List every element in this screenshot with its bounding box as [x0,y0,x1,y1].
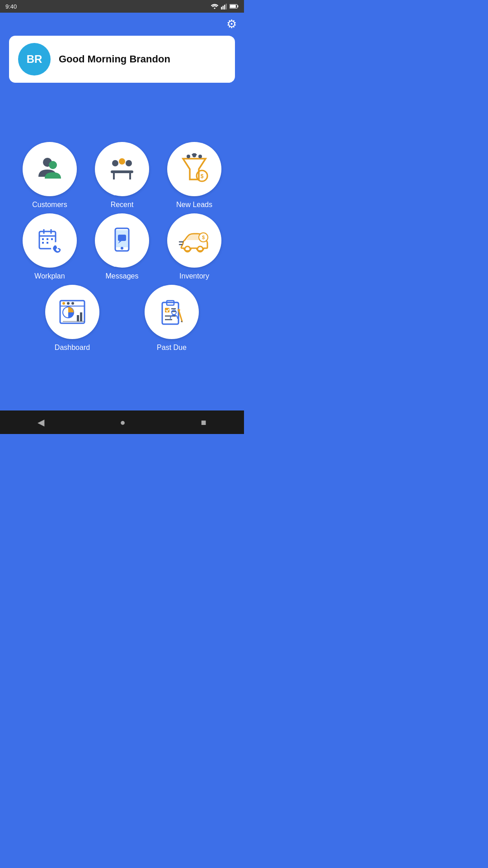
svg-rect-3 [226,4,227,9]
new-leads-label: New Leads [176,201,212,209]
avatar: BR [18,43,51,75]
svg-point-36 [121,247,123,250]
workplan-icon-circle [23,213,77,268]
menu-item-customers[interactable]: Customers [14,142,86,209]
svg-point-8 [49,161,57,169]
svg-point-10 [119,158,125,165]
menu-item-inventory[interactable]: $ Inventory [158,213,230,280]
dashboard-label: Dashboard [55,344,90,352]
svg-text:$: $ [202,235,205,240]
svg-point-21 [198,155,202,158]
past-due-icon [156,296,188,328]
home-button[interactable]: ● [120,417,125,428]
customers-label: Customers [32,201,67,209]
svg-point-47 [71,302,74,305]
recent-icon-circle [95,142,149,196]
greeting-card: BR Good Morning Brandon [9,36,235,83]
menu-item-past-due[interactable]: Past Due [136,285,208,352]
svg-point-19 [187,155,190,158]
svg-rect-29 [42,242,44,244]
svg-text:$: $ [201,173,204,179]
signal-icon [221,3,227,9]
status-icons [211,3,239,9]
customers-icon [34,153,66,185]
workplan-icon [34,225,66,256]
menu-item-new-leads[interactable]: $ New Leads [158,142,230,209]
customers-icon-circle [23,142,77,196]
svg-rect-26 [42,238,44,240]
inventory-label: Inventory [179,272,209,280]
workplan-label: Workplan [34,272,65,280]
status-bar: 9:40 [0,0,244,13]
svg-rect-5 [230,5,236,8]
settings-button[interactable]: ⚙ [226,17,237,31]
svg-rect-2 [224,5,225,10]
inventory-icon: $ [178,225,210,256]
greeting-text: Good Morning Brandon [59,53,170,65]
menu-row-2: Workplan Messages [9,213,235,280]
status-time: 9:40 [5,3,17,10]
avatar-initials: BR [27,53,42,66]
past-due-icon-circle [145,285,199,339]
svg-point-60 [172,310,176,315]
recent-label: Recent [111,201,134,209]
messages-icon-circle [95,213,149,268]
svg-rect-12 [111,170,133,173]
header: ⚙ [0,13,244,36]
svg-point-45 [62,302,65,305]
menu-grid: Customers Recent [0,83,244,410]
new-leads-icon: $ [178,153,210,185]
messages-label: Messages [106,272,139,280]
svg-point-9 [112,160,118,166]
svg-rect-27 [47,238,48,240]
svg-rect-13 [113,173,115,179]
svg-rect-14 [129,173,131,179]
menu-item-workplan[interactable]: Workplan [14,213,86,280]
new-leads-icon-circle: $ [167,142,221,196]
svg-point-20 [192,154,196,157]
back-button[interactable]: ◀ [38,417,44,428]
menu-row-3: Dashboard [9,285,235,352]
svg-rect-28 [51,238,53,240]
menu-item-dashboard[interactable]: Dashboard [36,285,108,352]
menu-item-messages[interactable]: Messages [86,213,158,280]
svg-rect-50 [80,312,82,321]
svg-rect-30 [47,242,48,244]
past-due-label: Past Due [157,344,187,352]
svg-point-46 [67,302,70,305]
wifi-icon [211,3,219,9]
svg-point-11 [126,160,132,166]
dashboard-icon [56,296,88,328]
nav-bar: ◀ ● ■ [0,410,244,434]
recents-button[interactable]: ■ [201,417,206,428]
svg-rect-49 [77,315,79,321]
menu-item-recent[interactable]: Recent [86,142,158,209]
dashboard-icon-circle [45,285,99,339]
svg-rect-0 [221,7,222,9]
recent-icon [106,153,138,185]
messages-icon [106,225,138,256]
menu-row-1: Customers Recent [9,142,235,209]
svg-rect-6 [237,5,238,7]
inventory-icon-circle: $ [167,213,221,268]
svg-rect-34 [118,235,126,241]
svg-rect-1 [223,6,224,9]
battery-icon [230,4,239,9]
